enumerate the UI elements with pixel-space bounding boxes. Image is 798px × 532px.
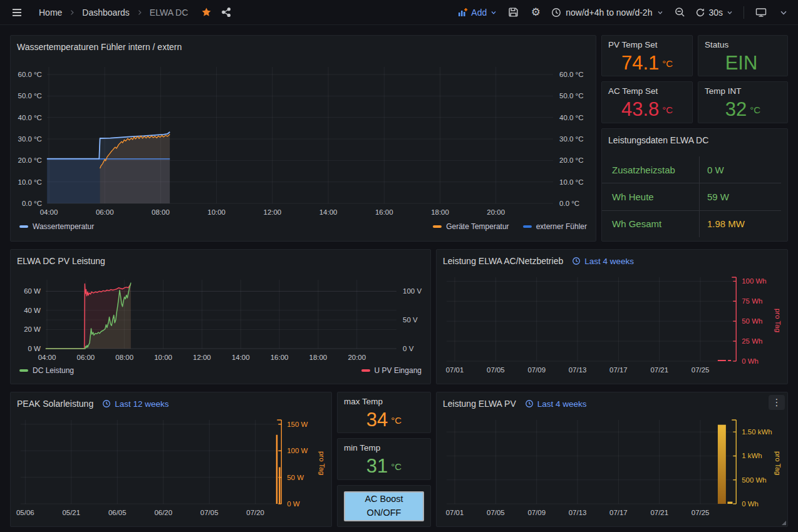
- svg-text:07/13: 07/13: [569, 509, 587, 516]
- svg-text:07/09: 07/09: [527, 509, 546, 516]
- menu-icon[interactable]: [10, 6, 24, 19]
- legend-item[interactable]: Wassertemperatur: [19, 222, 94, 231]
- time-range-link[interactable]: Last 12 weeks: [102, 399, 168, 409]
- table-cell-label: Wh Heute: [602, 192, 699, 202]
- panel-resize-handle[interactable]: [782, 521, 786, 525]
- svg-text:60.0 °C: 60.0 °C: [18, 71, 42, 78]
- svg-text:08:00: 08:00: [115, 354, 133, 361]
- panel-title[interactable]: ELWA DC PV Leistung: [17, 256, 105, 266]
- legend-item[interactable]: U PV Eingang: [361, 366, 422, 375]
- table-cell-value: 1.98 MW: [699, 211, 781, 237]
- stat-value: EIN: [698, 49, 787, 76]
- svg-text:20.0 °C: 20.0 °C: [18, 156, 42, 164]
- chart-legend: DC LeistungU PV Eingang: [11, 366, 430, 379]
- svg-text:50.0 °C: 50.0 °C: [18, 92, 42, 100]
- svg-text:0.0 °C: 0.0 °C: [22, 200, 42, 207]
- legend-swatch-icon: [433, 225, 442, 228]
- svg-text:06/05: 06/05: [108, 509, 127, 516]
- panel-title[interactable]: Leistungsdaten ELWA DC: [608, 135, 708, 145]
- ac-netzbetrieb-bar-chart[interactable]: 07/0107/0507/0907/1307/1707/2107/250 Wh2…: [442, 272, 782, 377]
- dashboard-settings-gear-icon[interactable]: ⚙: [529, 6, 542, 19]
- chevron-right-icon: [68, 9, 76, 16]
- tv-kiosk-mode-icon[interactable]: [754, 6, 768, 19]
- svg-text:1.50 kWh: 1.50 kWh: [742, 428, 772, 436]
- stat-value: 34°C: [338, 406, 430, 432]
- svg-text:40.0 °C: 40.0 °C: [18, 114, 42, 121]
- svg-text:08:00: 08:00: [152, 208, 170, 216]
- svg-text:12:00: 12:00: [264, 208, 282, 216]
- svg-text:05/06: 05/06: [16, 509, 34, 516]
- panel-menu-kebab-icon[interactable]: ⋮: [769, 395, 785, 410]
- panel-leistungsdaten-elwa-dc: Leistungsdaten ELWA DC Zusatzheizstab0 W…: [601, 128, 788, 242]
- svg-text:07/25: 07/25: [692, 366, 710, 374]
- svg-text:100 W: 100 W: [287, 447, 308, 454]
- share-icon[interactable]: [219, 6, 233, 19]
- panel-title[interactable]: Leistung ELWA PV: [443, 399, 516, 409]
- svg-text:10:00: 10:00: [207, 208, 225, 216]
- stat-title[interactable]: min Temp: [338, 439, 430, 453]
- svg-text:100 V: 100 V: [403, 287, 422, 295]
- panel-peak-solarleistung: PEAK Solarleistung Last 12 weeks 05/0605…: [10, 392, 332, 527]
- legend-swatch-icon: [523, 225, 532, 228]
- stat-title[interactable]: max Temp: [338, 392, 430, 406]
- save-dashboard-icon[interactable]: [506, 6, 520, 19]
- svg-text:500 Wh: 500 Wh: [742, 476, 766, 484]
- refresh-interval-text: 30s: [708, 8, 723, 18]
- svg-text:0 V: 0 V: [403, 345, 414, 352]
- stat-title[interactable]: Temp INT: [698, 82, 787, 96]
- favorite-star-icon[interactable]: [199, 6, 213, 19]
- svg-text:150 W: 150 W: [287, 421, 308, 428]
- dc-pv-leistung-time-series-chart[interactable]: 04:0006:0008:0010:0012:0014:0016:0018:00…: [16, 272, 425, 366]
- panel-title[interactable]: PEAK Solarleistung: [17, 399, 93, 409]
- clock-icon: [572, 257, 581, 265]
- legend-item[interactable]: externer Fühler: [523, 222, 587, 231]
- peak-solarleistung-bar-chart[interactable]: 05/0605/2106/0506/2007/0507/200 W50 W100…: [16, 415, 326, 520]
- breadcrumb-home[interactable]: Home: [39, 8, 62, 18]
- panel-wassertemperaturen: Wassertemperaturen Fühler intern / exter…: [10, 35, 596, 242]
- time-range-picker[interactable]: now/d+4h to now/d-2h: [551, 8, 664, 18]
- table-row: Wh Gesamt1.98 MW: [602, 211, 781, 237]
- svg-text:18:00: 18:00: [309, 354, 328, 361]
- svg-text:07/20: 07/20: [246, 509, 264, 516]
- chevron-down-icon: [726, 9, 733, 16]
- table-row: Wh Heute59 W: [602, 183, 781, 210]
- time-range-link[interactable]: Last 4 weeks: [572, 257, 634, 266]
- legend-item[interactable]: DC Leistung: [19, 366, 74, 375]
- svg-text:07/01: 07/01: [446, 509, 464, 516]
- divider: [744, 6, 744, 19]
- chevron-down-icon[interactable]: [777, 6, 790, 19]
- panel-title[interactable]: Wassertemperaturen Fühler intern / exter…: [17, 42, 182, 52]
- svg-text:10:00: 10:00: [154, 354, 172, 361]
- elwa-pv-bar-chart[interactable]: 07/0107/0507/0907/1307/1707/2107/250 Wh5…: [442, 415, 782, 520]
- add-panel-button[interactable]: Add: [457, 8, 497, 18]
- svg-text:40 W: 40 W: [24, 307, 41, 314]
- svg-text:12:00: 12:00: [193, 354, 211, 361]
- y-axis-label: pro Tag: [774, 451, 782, 475]
- panel-title[interactable]: Leistung ELWA AC/Netzbetrieb: [443, 256, 563, 266]
- svg-text:50 Wh: 50 Wh: [742, 317, 762, 325]
- time-range-link[interactable]: Last 4 weeks: [525, 399, 587, 409]
- refresh-picker[interactable]: 30s: [695, 8, 733, 18]
- panel-ac-boost: AC BoostON/OFF: [337, 485, 431, 527]
- svg-text:20.0 °C: 20.0 °C: [559, 156, 583, 164]
- legend-item[interactable]: Geräte Temperatur: [433, 222, 509, 231]
- svg-text:25 Wh: 25 Wh: [742, 337, 762, 345]
- panel-leistung-elwa-ac-netzbetrieb: Leistung ELWA AC/Netzbetrieb Last 4 week…: [436, 249, 788, 384]
- table-cell-label: Wh Gesamt: [602, 218, 699, 229]
- stat-title[interactable]: AC Temp Set: [602, 82, 692, 96]
- add-panel-icon: [457, 8, 468, 18]
- svg-text:60.0 °C: 60.0 °C: [559, 71, 583, 78]
- stat-title[interactable]: Status: [698, 36, 787, 49]
- stat-value: 31°C: [338, 453, 430, 479]
- breadcrumb-dashboards[interactable]: Dashboards: [82, 8, 130, 18]
- ac-boost-button[interactable]: AC BoostON/OFF: [344, 491, 424, 521]
- chevron-right-icon: [136, 9, 143, 16]
- svg-text:20:00: 20:00: [487, 208, 505, 216]
- panel-status: Status EIN: [698, 35, 788, 76]
- zoom-out-time-icon[interactable]: [673, 6, 687, 19]
- panel-pv-temp-set: PV Temp Set 74.1°C: [601, 35, 693, 76]
- leistungsdaten-table: Zusatzheizstab0 WWh Heute59 WWh Gesamt1.…: [602, 156, 781, 237]
- stat-title[interactable]: PV Temp Set: [602, 36, 692, 49]
- wassertemperaturen-time-series-chart[interactable]: 04:0006:0008:0010:0012:0014:0016:0018:00…: [16, 58, 591, 222]
- svg-text:1 kWh: 1 kWh: [742, 452, 762, 459]
